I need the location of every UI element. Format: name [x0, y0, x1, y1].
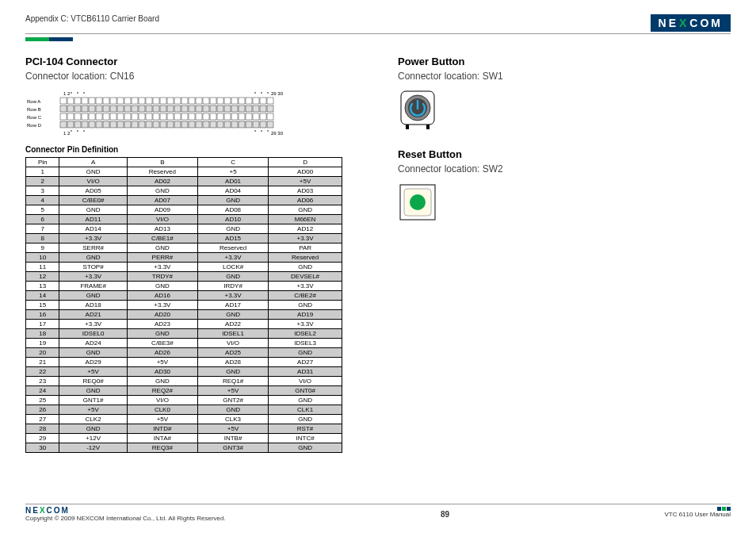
- svg-rect-46: [160, 105, 166, 112]
- table-cell: Reserved: [197, 243, 268, 253]
- table-row: 29+12VINTA#INTB#INTC#: [26, 434, 342, 443]
- table-cell: PERR#: [127, 253, 197, 263]
- table-cell: GND: [127, 329, 197, 339]
- table-cell: 9: [26, 243, 59, 253]
- table-cell: AD08: [197, 205, 268, 215]
- svg-rect-41: [124, 105, 131, 112]
- table-cell: GND: [197, 272, 268, 282]
- table-cell: VI/O: [127, 215, 197, 224]
- svg-rect-6: [96, 98, 102, 104]
- svg-rect-120: [246, 121, 252, 128]
- diagram-top-start: 1 2: [63, 91, 71, 96]
- table-row: 14GNDAD16+3.3VC/BE2#: [26, 291, 342, 301]
- table-row: 6AD11VI/OAD10M66EN: [26, 215, 342, 224]
- table-cell: AD17: [197, 301, 268, 310]
- svg-rect-75: [146, 113, 152, 120]
- svg-rect-82: [196, 113, 202, 120]
- svg-rect-40: [117, 105, 124, 112]
- table-cell: AD23: [127, 320, 197, 329]
- table-cell: INTD#: [127, 424, 197, 434]
- svg-rect-27: [246, 98, 252, 104]
- table-row: 30-12VREQ3#GNT3#GND: [26, 443, 342, 453]
- table-cell: GND: [269, 348, 342, 358]
- table-cell: REQ2#: [127, 386, 197, 396]
- svg-rect-17: [174, 98, 181, 104]
- table-cell: AD00: [269, 167, 342, 177]
- table-cell: GND: [197, 405, 268, 415]
- table-cell: 8: [26, 234, 59, 243]
- power-sub: Connector location: SW1: [398, 71, 731, 82]
- svg-rect-21: [203, 98, 209, 104]
- table-cell: IDSEL2: [269, 329, 342, 339]
- table-cell: AD09: [127, 205, 197, 215]
- table-caption: Connector Pin Definition: [25, 145, 366, 154]
- table-cell: IDSEL3: [269, 339, 342, 348]
- svg-rect-19: [189, 98, 195, 104]
- page-number: 89: [441, 510, 449, 519]
- left-column: PCI-104 Connector Connector location: CN…: [25, 56, 366, 453]
- table-cell: +5: [197, 167, 268, 177]
- svg-rect-61: [267, 105, 273, 112]
- svg-rect-20: [196, 98, 202, 104]
- table-cell: AD02: [127, 177, 197, 186]
- svg-rect-2: [67, 98, 74, 104]
- table-cell: TRDY#: [127, 272, 197, 282]
- svg-rect-91: [260, 113, 266, 120]
- svg-point-135: [267, 130, 269, 132]
- table-row: 17+3.3VAD23AD22+3.3V: [26, 320, 342, 329]
- table-row: 21AD29+5VAD28AD27: [26, 358, 342, 367]
- svg-point-133: [254, 130, 256, 132]
- svg-rect-34: [74, 105, 81, 112]
- svg-rect-47: [167, 105, 174, 112]
- table-cell: VI/O: [269, 377, 342, 386]
- svg-rect-99: [96, 121, 102, 128]
- table-cell: 3: [26, 186, 59, 196]
- table-header-cell: D: [269, 158, 342, 167]
- table-cell: +3.3V: [197, 291, 268, 301]
- svg-rect-53: [210, 105, 216, 112]
- svg-rect-123: [267, 121, 273, 128]
- svg-rect-102: [117, 121, 124, 128]
- table-cell: GNT2#: [197, 396, 268, 405]
- table-cell: GND: [59, 253, 127, 263]
- svg-rect-29: [260, 98, 266, 104]
- svg-point-125: [77, 92, 78, 94]
- svg-rect-36: [89, 105, 95, 112]
- table-cell: CLK1: [269, 405, 342, 415]
- reset-sub: Connector location: SW2: [398, 163, 731, 174]
- table-cell: GND: [269, 263, 342, 272]
- table-cell: GND: [197, 310, 268, 320]
- table-cell: AD18: [59, 301, 127, 310]
- svg-rect-94: [60, 121, 67, 128]
- table-cell: STOP#: [59, 263, 127, 272]
- svg-rect-112: [189, 121, 195, 128]
- table-cell: INTC#: [269, 434, 342, 443]
- table-cell: RST#: [269, 424, 342, 434]
- table-cell: M66EN: [269, 215, 342, 224]
- svg-rect-105: [139, 121, 145, 128]
- svg-rect-70: [110, 113, 116, 120]
- table-cell: AD05: [59, 186, 127, 196]
- table-cell: AD12: [269, 224, 342, 234]
- svg-rect-73: [132, 113, 138, 120]
- svg-rect-60: [260, 105, 266, 112]
- table-cell: IRDY#: [197, 282, 268, 291]
- power-button-icon: [398, 90, 731, 134]
- svg-rect-95: [67, 121, 74, 128]
- svg-rect-78: [167, 113, 174, 120]
- table-cell: AD25: [197, 348, 268, 358]
- table-cell: AD01: [197, 177, 268, 186]
- table-cell: AD11: [59, 215, 127, 224]
- svg-rect-74: [139, 113, 145, 120]
- table-cell: AD19: [269, 310, 342, 320]
- svg-rect-13: [146, 98, 152, 104]
- svg-rect-110: [174, 121, 181, 128]
- svg-rect-51: [196, 105, 202, 112]
- svg-point-134: [261, 130, 262, 132]
- table-cell: VI/O: [197, 339, 268, 348]
- svg-point-130: [71, 130, 72, 132]
- table-row: 3AD05GNDAD04AD03: [26, 186, 342, 196]
- table-cell: IDSEL0: [59, 329, 127, 339]
- svg-rect-85: [217, 113, 223, 120]
- svg-rect-69: [103, 113, 109, 120]
